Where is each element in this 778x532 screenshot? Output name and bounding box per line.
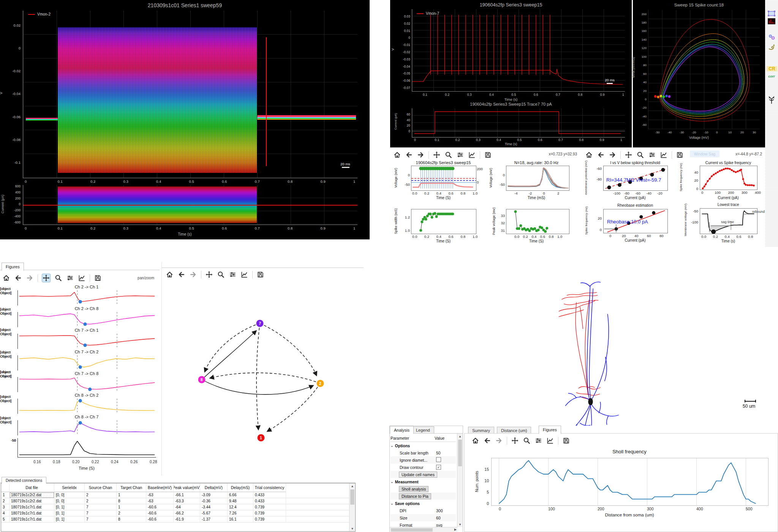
- cell-consistency[interactable]: 0.433: [253, 492, 286, 498]
- column-header[interactable]: Delay(mS): [228, 483, 253, 492]
- tab-analysis[interactable]: Analysis: [390, 426, 414, 434]
- cell-delta[interactable]: -0.36: [200, 498, 228, 504]
- cell-consistency[interactable]: 0.739: [253, 504, 286, 510]
- cell-delta[interactable]: -5.67: [200, 510, 228, 516]
- subplots-icon[interactable]: [66, 274, 74, 282]
- save-icon[interactable]: [676, 151, 684, 159]
- zoom-icon[interactable]: [217, 271, 225, 279]
- cell-baseline[interactable]: -60.6: [146, 510, 174, 516]
- cell-dat-file[interactable]: 180719s1c7r1.dat: [9, 504, 54, 510]
- trace-plot[interactable]: [17, 290, 156, 306]
- roi-select-icon[interactable]: [767, 11, 776, 16]
- group-save-options[interactable]: ⌄Save options: [391, 500, 456, 507]
- param-dpi[interactable]: DPI300: [391, 507, 456, 514]
- cell-delay[interactable]: 9.48: [228, 498, 253, 504]
- cell-delta[interactable]: -3.09: [200, 492, 228, 498]
- subplots-icon[interactable]: [648, 151, 656, 159]
- customize-icon[interactable]: [660, 151, 668, 159]
- trace-plot[interactable]: [17, 399, 156, 414]
- scroll-thumb[interactable]: [391, 528, 433, 532]
- back-icon[interactable]: [483, 437, 491, 445]
- cell-peak[interactable]: -66.2: [174, 510, 200, 516]
- pan-icon[interactable]: [433, 151, 441, 159]
- cell-delay[interactable]: 12.4: [228, 504, 253, 510]
- zoom-icon[interactable]: [523, 437, 531, 445]
- sweep-subplot[interactable]: [411, 166, 476, 191]
- column-header[interactable]: Source Chan: [85, 483, 117, 492]
- settings-gears-icon[interactable]: [767, 33, 776, 40]
- cell-delta[interactable]: -1.37: [200, 516, 228, 522]
- scroll-thumb[interactable]: [350, 489, 354, 505]
- cell-baseline[interactable]: -60.6: [146, 504, 174, 510]
- cell-source-chan[interactable]: 7: [85, 510, 117, 516]
- customize-icon[interactable]: [78, 274, 86, 282]
- corr-tool-icon[interactable]: corr: [767, 74, 776, 78]
- cell-source-chan[interactable]: 2: [85, 498, 117, 504]
- trace-plot[interactable]: [17, 420, 156, 435]
- graph-node[interactable]: 7: [256, 320, 264, 327]
- save-icon[interactable]: [94, 274, 102, 282]
- params-scrollbar[interactable]: ▲ ▼: [457, 434, 463, 527]
- sholl-analysis-button[interactable]: Sholl analysis: [399, 486, 429, 492]
- tab-distance-um[interactable]: Distance (um): [497, 427, 531, 434]
- back-icon[interactable]: [14, 274, 22, 282]
- scroll-thumb[interactable]: [458, 440, 462, 466]
- cell-delay[interactable]: 7.26: [228, 510, 253, 516]
- customize-icon[interactable]: [546, 437, 554, 445]
- params-hscrollbar[interactable]: ▶: [390, 527, 457, 532]
- zoom-icon[interactable]: [444, 151, 452, 159]
- group-measurment[interactable]: ⌄Measurment: [391, 478, 456, 485]
- cell-dat-file[interactable]: 180719s1c7r1.dat: [9, 510, 54, 516]
- forward-icon[interactable]: [189, 271, 197, 279]
- table-row[interactable]: 4 180719s1c7r1.dat [0, 1] 7 2 -60.6 -66.…: [1, 510, 355, 516]
- group-options[interactable]: ⌄Options: [391, 442, 456, 449]
- cell-target-chan[interactable]: 2: [117, 510, 146, 516]
- tab-figures[interactable]: Figures: [2, 263, 24, 271]
- zoom-icon[interactable]: [636, 151, 644, 159]
- neuron-tool-icon[interactable]: [767, 96, 776, 104]
- customize-icon[interactable]: [240, 271, 248, 279]
- cell-peak[interactable]: -66.1: [174, 492, 200, 498]
- cell-dat-file[interactable]: 180719s1c7r1.dat: [9, 516, 54, 522]
- scroll-down-icon[interactable]: ▼: [349, 526, 355, 531]
- trace-plot[interactable]: [17, 312, 156, 327]
- param-draw-contour[interactable]: Draw contour✓: [391, 464, 456, 471]
- subplots-icon[interactable]: [229, 271, 237, 279]
- pan-icon[interactable]: [42, 274, 51, 282]
- trace-plot[interactable]: [17, 334, 156, 349]
- home-icon[interactable]: [585, 151, 593, 159]
- cell-source-chan[interactable]: 2: [85, 492, 117, 498]
- avg-spike-subplot[interactable]: [506, 166, 569, 191]
- current-plot[interactable]: [23, 185, 357, 225]
- table-scrollbar[interactable]: ▲ ▼: [349, 483, 355, 531]
- trace-plot[interactable]: [17, 377, 156, 392]
- connections-table[interactable]: Dat fileSerieIdxSource ChanTarget ChanBa…: [1, 483, 356, 532]
- column-header[interactable]: Target Chan: [117, 483, 146, 492]
- column-header[interactable]: Baseline(mV): [146, 483, 174, 492]
- param-ignore-diameter[interactable]: Ignore diamet...: [391, 456, 456, 464]
- tab-detected-connections[interactable]: Detected connections: [2, 477, 46, 484]
- forward-icon[interactable]: [26, 274, 34, 282]
- back-icon[interactable]: [405, 151, 413, 159]
- home-icon[interactable]: [393, 151, 401, 159]
- column-header[interactable]: SerieIdx: [54, 483, 85, 492]
- cell-dat-file[interactable]: 180719s1c2r2.dat: [9, 498, 54, 504]
- checkbox-unchecked[interactable]: [436, 457, 441, 462]
- cell-serieidx[interactable]: [0, 0]: [54, 492, 85, 498]
- graph-node[interactable]: 2: [316, 380, 324, 387]
- cell-peak[interactable]: -64: [174, 504, 200, 510]
- param-col-header[interactable]: Parameter: [391, 436, 435, 440]
- forward-icon[interactable]: [417, 151, 425, 159]
- update-cell-names-button[interactable]: Update cell names: [399, 472, 437, 478]
- scroll-up-icon[interactable]: ▲: [349, 483, 355, 489]
- cell-target-chan[interactable]: 8: [117, 498, 146, 504]
- cell-source-chan[interactable]: 7: [85, 504, 117, 510]
- scroll-right-icon[interactable]: ▶: [454, 528, 457, 531]
- checkbox-checked[interactable]: ✓: [436, 465, 441, 470]
- save-icon[interactable]: [484, 151, 492, 159]
- cell-consistency[interactable]: 0.739: [253, 516, 286, 522]
- histogram-icon[interactable]: [767, 18, 776, 24]
- back-icon[interactable]: [177, 271, 185, 279]
- trace-plot[interactable]: [17, 438, 156, 458]
- save-icon[interactable]: [562, 437, 570, 445]
